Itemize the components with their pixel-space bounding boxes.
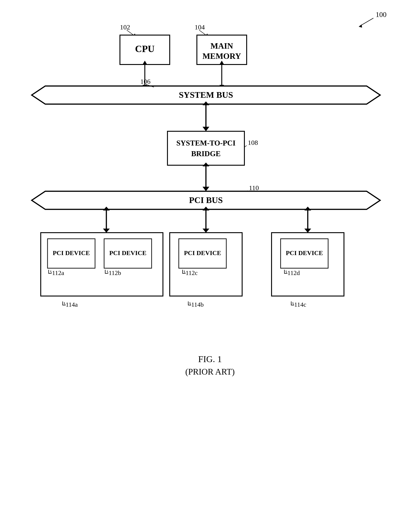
svg-text:(PRIOR ART): (PRIOR ART): [185, 367, 235, 377]
svg-text:BRIDGE: BRIDGE: [191, 150, 221, 158]
svg-text:PCI DEVICE: PCI DEVICE: [286, 249, 323, 257]
svg-text:112d: 112d: [287, 269, 300, 276]
svg-text:MAIN: MAIN: [210, 41, 233, 51]
svg-marker-43: [202, 229, 209, 233]
svg-marker-40: [103, 229, 110, 233]
svg-text:112c: 112c: [186, 269, 198, 276]
svg-marker-2: [359, 24, 362, 28]
svg-marker-25: [202, 127, 209, 131]
svg-text:100: 100: [376, 10, 387, 19]
svg-text:PCI BUS: PCI BUS: [189, 195, 223, 205]
svg-text:102: 102: [120, 23, 130, 31]
svg-text:MEMORY: MEMORY: [202, 52, 241, 61]
svg-line-1: [360, 18, 373, 26]
svg-text:FIG. 1: FIG. 1: [198, 354, 222, 364]
svg-text:SYSTEM-TO-PCI: SYSTEM-TO-PCI: [176, 139, 236, 147]
svg-line-4: [127, 30, 134, 35]
svg-text:PCI DEVICE: PCI DEVICE: [53, 249, 90, 257]
svg-text:112b: 112b: [109, 269, 121, 276]
svg-text:112a: 112a: [52, 269, 64, 276]
svg-text:110: 110: [249, 184, 259, 191]
svg-text:SYSTEM BUS: SYSTEM BUS: [179, 90, 233, 100]
svg-text:PCI DEVICE: PCI DEVICE: [184, 249, 221, 257]
svg-text:PCI DEVICE: PCI DEVICE: [109, 249, 146, 257]
svg-text:114b: 114b: [191, 301, 204, 308]
svg-text:106: 106: [140, 78, 150, 85]
svg-marker-33: [202, 187, 209, 191]
svg-line-7: [199, 30, 206, 35]
svg-text:CPU: CPU: [135, 44, 155, 54]
svg-text:108: 108: [248, 139, 258, 146]
svg-text:114c: 114c: [294, 301, 306, 308]
diagram-container: 100 102 104 CPU MAIN MEMORY SYSTE: [0, 0, 420, 521]
svg-text:104: 104: [195, 23, 205, 31]
svg-marker-46: [304, 229, 311, 233]
svg-rect-27: [167, 131, 244, 165]
svg-text:114a: 114a: [66, 301, 78, 308]
diagram-svg: 100 102 104 CPU MAIN MEMORY SYSTE: [0, 0, 420, 521]
